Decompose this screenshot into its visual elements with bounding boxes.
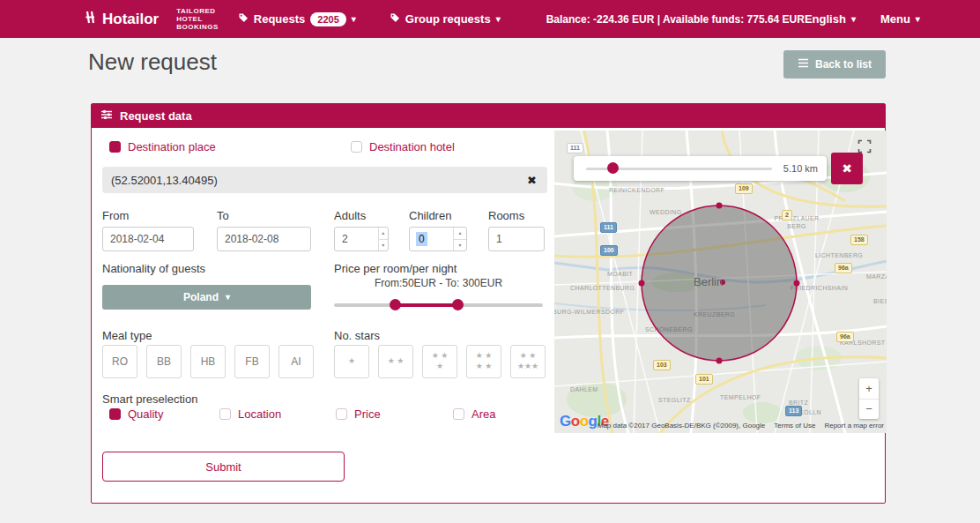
price-label: Price per room/per night (334, 262, 457, 275)
nav-language[interactable]: English ▾ (805, 12, 856, 26)
destination-input-wrapper: ✖ (102, 167, 547, 193)
price-max-handle[interactable] (452, 299, 464, 310)
preselection-location-radio[interactable] (219, 408, 231, 420)
page-title: New request (88, 49, 217, 76)
map-city-label: Berlin (694, 275, 723, 288)
clear-destination-button[interactable]: ✖ (525, 174, 538, 187)
terms-of-use-link[interactable]: Terms of Use (774, 422, 815, 430)
star-icon: ★ ★ (388, 356, 405, 367)
nav-requests[interactable]: Requests 2205 ▾ (238, 12, 356, 26)
preselection-quality-label[interactable]: Quality (128, 407, 163, 421)
zoom-in-button[interactable]: + (859, 378, 879, 400)
submit-button[interactable]: Submit (102, 452, 345, 482)
caret-down-icon: ▾ (226, 293, 230, 302)
caret-down-icon: ▾ (496, 15, 501, 24)
stars-1-button[interactable]: ★ (334, 345, 369, 378)
stepper-down-icon[interactable]: ▾ (379, 240, 388, 251)
panel-header-title: Request data (120, 109, 192, 123)
destination-place-radio[interactable] (109, 141, 121, 153)
children-label: Children (409, 209, 451, 222)
brand-name: Hotailor (102, 11, 159, 28)
star-icon: ★ ★ ★★★ (517, 351, 538, 371)
meal-ro-button[interactable]: RO (102, 345, 137, 378)
preselection-price-label[interactable]: Price (354, 407, 381, 421)
caret-down-icon: ▾ (851, 15, 856, 24)
meal-hb-button[interactable]: HB (190, 345, 226, 378)
children-input[interactable]: 0 ▴ ▾ (409, 227, 467, 251)
meal-ai-button[interactable]: AI (278, 345, 314, 378)
destination-place-label[interactable]: Destination place (128, 140, 216, 153)
nationality-dropdown[interactable]: Poland ▾ (102, 285, 311, 310)
report-map-error-link[interactable]: Report a map error (824, 422, 884, 430)
map-attribution: Map data ©2017 GeoBasis-DE/BKG (©2009), … (598, 422, 884, 430)
stepper-up-icon[interactable]: ▴ (454, 228, 466, 240)
star-icon: ★ (348, 356, 355, 367)
adults-value[interactable] (335, 233, 378, 245)
stars-3-button[interactable]: ★ ★ ★ (422, 345, 457, 378)
meal-type-label: Meal type (102, 329, 152, 342)
destination-input[interactable] (111, 174, 525, 187)
nav-requests-label: Requests (254, 12, 306, 26)
map-container[interactable]: REINICKENDORF WEDDING PRENZLAUER BERG LI… (554, 131, 887, 433)
close-icon: ✖ (842, 161, 852, 176)
to-label: To (217, 209, 229, 222)
nationality-label: Nationality of guests (102, 262, 205, 275)
request-data-panel: Request data Destination place Destinati… (91, 103, 886, 504)
nav-group-requests[interactable]: Group requests ▾ (390, 12, 501, 26)
preselection-quality-radio[interactable] (109, 408, 121, 420)
panel-body: Destination place Destination hotel ✖ Fr… (92, 128, 885, 504)
price-slider-fill (395, 303, 457, 307)
requests-count-badge: 2205 (310, 12, 345, 26)
brand-logo[interactable]: Hotailor (84, 11, 159, 28)
list-icon (798, 58, 809, 71)
meal-bb-button[interactable]: BB (146, 345, 182, 378)
from-label: From (102, 209, 129, 222)
destination-hotel-label[interactable]: Destination hotel (369, 140, 455, 153)
rooms-input[interactable] (488, 227, 545, 251)
from-date-input[interactable] (102, 227, 194, 251)
map-copyright: Map data ©2017 GeoBasis-DE/BKG (©2009), … (598, 422, 766, 430)
stars-5-button[interactable]: ★ ★ ★★★ (510, 345, 546, 378)
nav-language-label: English (805, 12, 846, 26)
nav-group-requests-label: Group requests (405, 12, 491, 26)
price-min-handle[interactable] (390, 299, 401, 310)
close-icon: ✖ (527, 174, 537, 187)
preselection-location-label[interactable]: Location (238, 407, 281, 421)
brand-tagline: TAILORED HOTEL BOOKINGS (176, 7, 219, 31)
preselection-area-radio[interactable] (453, 408, 464, 420)
fullscreen-icon[interactable] (858, 139, 872, 153)
radius-slider-handle[interactable] (607, 162, 619, 174)
to-date-input[interactable] (217, 227, 311, 251)
children-value[interactable]: 0 (416, 232, 427, 246)
adults-input[interactable]: ▴ ▾ (334, 227, 389, 251)
radius-value: 5.10 km (783, 163, 818, 174)
tag-icon (390, 12, 400, 26)
meal-fb-button[interactable]: FB (234, 345, 270, 378)
nationality-value: Poland (183, 291, 219, 303)
rooms-label: Rooms (488, 209, 524, 222)
stars-4-button[interactable]: ★ ★ ★ ★ (466, 345, 501, 378)
back-to-list-button[interactable]: Back to list (783, 50, 886, 78)
price-slider (334, 299, 543, 311)
top-navbar: Hotailor TAILORED HOTEL BOOKINGS Request… (0, 0, 980, 38)
adults-label: Adults (334, 209, 366, 222)
preselection-price-radio[interactable] (336, 408, 347, 420)
nav-menu[interactable]: Menu ▾ (880, 12, 920, 26)
star-icon: ★ ★ ★ (432, 351, 449, 371)
panel-header: Request data (92, 104, 885, 128)
stars-2-button[interactable]: ★ ★ (378, 345, 413, 378)
hotailor-logo-icon (84, 11, 97, 28)
map-radius-close-button[interactable]: ✖ (831, 153, 863, 184)
zoom-out-button[interactable]: − (859, 400, 879, 420)
adults-stepper: ▴ ▾ (378, 228, 388, 250)
map-zoom-control: + − (859, 378, 879, 419)
stepper-down-icon[interactable]: ▾ (454, 240, 466, 251)
preselection-area-label[interactable]: Area (471, 407, 495, 421)
caret-down-icon: ▾ (916, 15, 920, 24)
radius-slider: 5.10 km (574, 156, 827, 181)
caret-down-icon: ▾ (352, 15, 356, 24)
nav-menu-label: Menu (880, 12, 910, 26)
star-icon: ★ ★ ★ ★ (476, 351, 493, 371)
destination-hotel-radio[interactable] (351, 141, 362, 153)
stepper-up-icon[interactable]: ▴ (379, 228, 388, 240)
